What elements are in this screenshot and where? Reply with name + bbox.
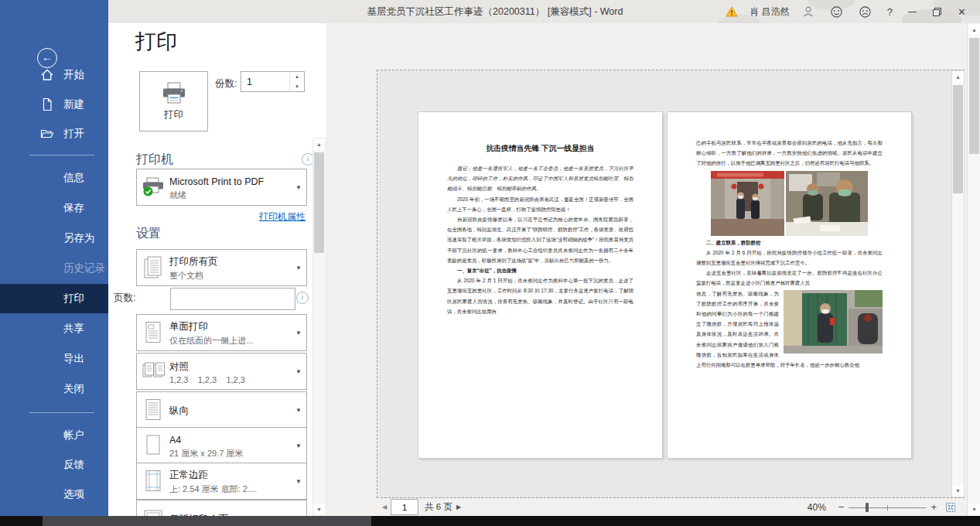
- sidebar-item-account[interactable]: 帐户: [0, 421, 108, 450]
- feedback-smile-icon[interactable]: [822, 0, 851, 23]
- zoom-out-button[interactable]: −: [834, 501, 849, 513]
- option-title: 正常边距: [169, 470, 208, 480]
- pages-per-sheet-selector[interactable]: 每版打印 1 页 ▾: [136, 500, 307, 516]
- current-page-input[interactable]: [391, 499, 418, 515]
- zoom-to-page-button[interactable]: [944, 501, 957, 514]
- option-subtitle: 整个文档: [169, 270, 291, 282]
- scroll-down-button[interactable]: ▼: [968, 504, 980, 515]
- scrollbar-thumb[interactable]: [953, 85, 963, 193]
- printer-selector[interactable]: Microsoft Print to PDF 就绪 ▾: [136, 169, 307, 206]
- portrait-orientation-icon: [137, 398, 169, 422]
- sidebar-item-label: 保存: [63, 201, 84, 215]
- option-subtitle: 1,2,3 1,2,3 1,2,3: [169, 375, 291, 384]
- community-service-center-photo: [711, 171, 784, 236]
- warning-icon[interactable]: [718, 0, 746, 23]
- print-backstage: 打印 打印 份数: ▲ ▼ 打印机: [108, 23, 967, 516]
- window-scrollbar[interactable]: ▲ ▼: [967, 23, 980, 516]
- collation-selector[interactable]: 对照 1,2,3 1,2,3 1,2,3 ▾: [136, 353, 307, 390]
- copies-decrement-button[interactable]: ▼: [290, 82, 304, 92]
- sidebar-item-label: 共享: [63, 322, 84, 336]
- sidebar-item-new[interactable]: 新建: [0, 90, 108, 119]
- sidebar-item-info[interactable]: 信息: [0, 163, 108, 193]
- print-range-selector[interactable]: 打印所有页 整个文档 ▾: [136, 249, 307, 286]
- sidebar-item-history: 历史记录: [0, 254, 108, 283]
- sidebar-item-label: 帐户: [63, 429, 84, 442]
- sidebar-item-save-as[interactable]: 另存为: [0, 224, 108, 253]
- preview-scrollbar[interactable]: ▲ ▼: [951, 70, 965, 497]
- restore-button[interactable]: [924, 0, 950, 23]
- chevron-down-icon: ▾: [291, 183, 306, 191]
- word-window: 基层党员下沉社区工作事迹（20200311） [兼容模式] - Word 肖 昌…: [0, 0, 980, 526]
- option-title: 单面打印: [169, 321, 208, 332]
- zoom-slider[interactable]: [849, 502, 926, 513]
- doc-paragraph: 2020 年初，一场不期而至的新冠肺炎席卷武汉，蔓延全国！正值新春佳节，全国人民…: [447, 194, 633, 214]
- sidebar-divider: [29, 155, 94, 155]
- door-check-photo: [784, 290, 883, 354]
- zoom-controls: 40% − +: [808, 498, 957, 516]
- doc-paragraph: 从 2020 年 2 月 6 日开始，按照局疫情防控领导小组工作统一部署，肖永俊…: [696, 248, 883, 268]
- sidebar-item-export[interactable]: 导出: [0, 344, 108, 374]
- zoom-slider-thumb[interactable]: [866, 503, 869, 512]
- sidebar-item-home[interactable]: 开始: [0, 60, 108, 90]
- chevron-down-icon: ▾: [291, 367, 306, 375]
- print-preview-area: 抗击疫情当先锋 下沉一线显担当 题记：他是一名退役军人，他是一名工会委员，他是一…: [326, 23, 967, 516]
- sidebar-item-share[interactable]: 共享: [0, 314, 108, 343]
- page-title: 打印: [135, 28, 177, 56]
- settings-section-header: 设置: [136, 226, 161, 242]
- backstage-sidebar: ← 开始 新建 打开 信息 保存 另存为 历史记录 打印 共享 导出 关闭: [0, 0, 108, 516]
- doc-subheading: 二、建立联系，群防群控: [696, 237, 883, 248]
- scrollbar-thumb[interactable]: [314, 152, 324, 253]
- zoom-in-button[interactable]: +: [926, 501, 941, 513]
- duplex-selector[interactable]: 单面打印 仅在纸面的一侧上进... ▾: [136, 314, 307, 351]
- doc-paragraph-with-photo: 信息，了解有无发热、咳嗽现象，为了群防群控工作的有序开展，肖永俊和他的同事们为小…: [696, 289, 883, 371]
- option-title: 纵向: [169, 405, 189, 416]
- preview-page-1: 抗击疫情当先锋 下沉一线显担当 题记：他是一名退役军人，他是一名工会委员，他是一…: [418, 111, 663, 459]
- pages-range-input[interactable]: [170, 288, 295, 310]
- previous-page-button[interactable]: ◀: [378, 504, 391, 511]
- copies-stepper: ▲ ▼: [241, 71, 305, 92]
- next-page-button[interactable]: ▶: [452, 504, 465, 511]
- zoom-level-label: 40%: [808, 502, 826, 513]
- scroll-up-button[interactable]: ▲: [968, 24, 980, 36]
- printer-icon: [161, 82, 187, 105]
- option-subtitle: 21 厘米 x 29.7 厘米: [169, 448, 291, 459]
- settings-scrollbar[interactable]: ▲ ▼: [312, 138, 326, 516]
- margins-selector[interactable]: 正常边距 上: 2.54 厘米 底部: 2.... ▾: [136, 463, 307, 500]
- print-button[interactable]: 打印: [139, 71, 208, 132]
- scrollbar-thumb[interactable]: [969, 38, 979, 154]
- taskbar-app-segment[interactable]: [43, 516, 371, 526]
- minimize-button[interactable]: [900, 0, 924, 23]
- sidebar-item-options[interactable]: 选项: [0, 480, 108, 509]
- option-subtitle: 上: 2.54 厘米 底部: 2....: [169, 483, 291, 495]
- scroll-down-button[interactable]: ▼: [952, 485, 964, 497]
- close-button[interactable]: ✕: [950, 0, 974, 23]
- chevron-down-icon: ▾: [291, 406, 306, 414]
- scroll-up-button[interactable]: ▲: [313, 138, 325, 150]
- printer-properties-link[interactable]: 打印机属性: [136, 210, 306, 224]
- doc-paragraph: 走进五合里社区，意味着离抗疫前线更近了一步。群防群控不再是坐在社区办公室拨打电话…: [696, 268, 883, 288]
- help-button[interactable]: ?: [879, 0, 900, 23]
- paper-size-selector[interactable]: A4 21 厘米 x 29.7 厘米 ▾: [136, 427, 307, 464]
- feedback-frown-icon[interactable]: [851, 0, 879, 23]
- copies-increment-button[interactable]: ▲: [290, 72, 304, 82]
- orientation-selector[interactable]: 纵向 ▾: [136, 391, 307, 429]
- account-person-icon[interactable]: [794, 0, 822, 23]
- sidebar-item-close[interactable]: 关闭: [0, 374, 108, 404]
- preview-page-2: 己的手机与居民联系，常常在半夜或凌晨都会接到居民的电话，他从无怨言，每次都耐心倾…: [667, 111, 912, 459]
- printer-name: Microsoft Print to PDF: [169, 176, 264, 187]
- chevron-down-icon: ▾: [291, 329, 306, 336]
- scroll-up-button[interactable]: ▲: [952, 71, 964, 83]
- scroll-down-button[interactable]: ▼: [313, 504, 325, 515]
- copies-input[interactable]: [241, 72, 289, 91]
- one-sided-print-icon: [137, 321, 169, 344]
- restore-icon: [932, 7, 942, 17]
- doc-heading: 抗击疫情当先锋 下沉一线显担当: [447, 143, 633, 153]
- paper-size-icon: [137, 434, 169, 457]
- windows-taskbar[interactable]: [0, 516, 980, 526]
- sidebar-item-print[interactable]: 打印: [0, 284, 108, 313]
- zoom-slider-center-tick: [887, 505, 888, 511]
- sidebar-item-feedback[interactable]: 反馈: [0, 450, 108, 480]
- user-name[interactable]: 肖 昌浩然: [746, 0, 794, 23]
- sidebar-item-save[interactable]: 保存: [0, 193, 108, 223]
- sidebar-item-open[interactable]: 打开: [0, 119, 108, 149]
